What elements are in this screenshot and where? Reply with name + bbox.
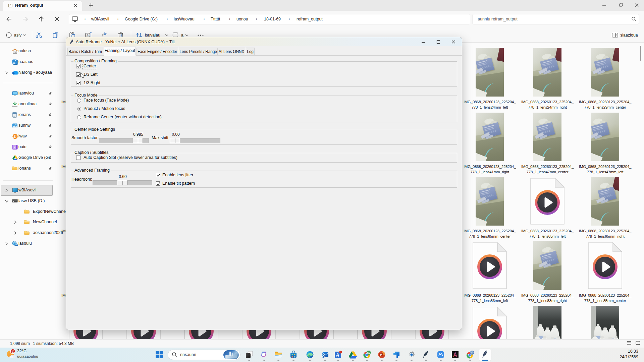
- svg-text:2: 2: [12, 350, 14, 353]
- svg-text:A: A: [87, 34, 89, 37]
- svg-text:P: P: [380, 353, 382, 356]
- svg-text:SJ: SJ: [367, 351, 370, 354]
- svg-text:O: O: [322, 354, 324, 358]
